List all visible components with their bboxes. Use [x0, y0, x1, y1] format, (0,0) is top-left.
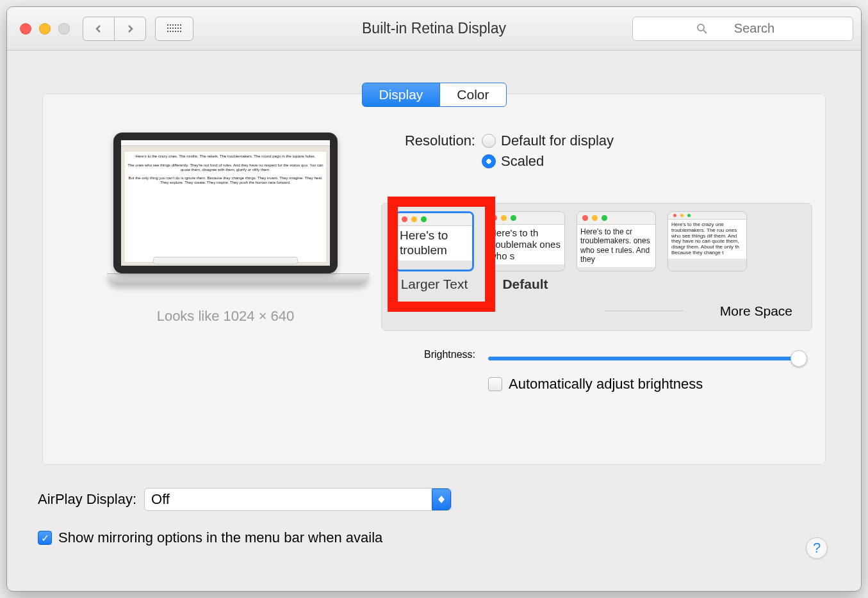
nav-group — [83, 17, 146, 41]
radio-icon — [482, 154, 496, 168]
auto-brightness-checkbox[interactable] — [488, 377, 502, 391]
display-preview: Here's to the crazy ones. The misfits. T… — [107, 133, 344, 325]
tab-display[interactable]: Display — [361, 83, 440, 107]
search-field-wrap — [632, 17, 853, 41]
zoom-button[interactable] — [58, 23, 70, 35]
scaled-option-2[interactable]: Here's to th troublemak ones who s Defau… — [486, 211, 565, 292]
svg-point-0 — [698, 24, 704, 31]
scaled-resolution-group: Here's to troublem Larger Text Here's to… — [381, 203, 812, 331]
mirroring-row[interactable]: ✓ Show mirroring options in the menu bar… — [38, 529, 382, 546]
resolution-scaled-radio[interactable]: Scaled — [482, 153, 614, 170]
help-button[interactable]: ? — [806, 537, 828, 559]
auto-brightness-row[interactable]: Automatically adjust brightness — [488, 376, 703, 392]
brightness-label: Brightness: — [376, 349, 482, 360]
minimize-button[interactable] — [39, 23, 51, 35]
radio-label: Scaled — [501, 153, 544, 170]
select-stepper-icon — [432, 489, 451, 510]
tab-color[interactable]: Color — [439, 83, 506, 107]
laptop-body: Here's to the crazy ones. The misfits. T… — [113, 133, 338, 273]
forward-button[interactable] — [114, 17, 146, 41]
titlebar: Built-in Retina Display — [7, 7, 861, 51]
looks-like-label: Looks like 1024 × 640 — [107, 308, 344, 325]
radio-label: Default for display — [501, 133, 614, 149]
preferences-window: Built-in Retina Display Display Color He… — [6, 6, 862, 592]
search-icon — [696, 23, 708, 35]
svg-line-1 — [703, 30, 707, 33]
back-button[interactable] — [83, 17, 115, 41]
resolution-controls: Resolution: Default for display Scaled — [376, 133, 819, 175]
mirroring-label: Show mirroring options in the menu bar w… — [58, 529, 382, 546]
traffic-lights — [20, 23, 70, 35]
chevron-right-icon — [126, 24, 135, 33]
scaled-option-4[interactable]: Here's to the crazy one troublemakers. T… — [667, 211, 747, 271]
resolution-default-radio[interactable]: Default for display — [482, 133, 614, 149]
brightness-slider[interactable] — [488, 357, 806, 360]
grid-icon — [167, 24, 181, 33]
display-panel: Here's to the crazy ones. The misfits. T… — [42, 93, 826, 465]
mirroring-checkbox[interactable]: ✓ — [38, 531, 52, 545]
scaled-option-3[interactable]: Here's to the cr troublemakers. ones who… — [577, 211, 656, 271]
separator-line — [605, 311, 684, 311]
airplay-row: AirPlay Display: Off — [38, 488, 452, 511]
airplay-select[interactable]: Off — [144, 488, 452, 511]
show-all-button[interactable] — [155, 17, 193, 41]
airplay-label: AirPlay Display: — [38, 491, 136, 508]
brightness-row: Brightness: — [376, 349, 819, 360]
svg-marker-3 — [438, 499, 445, 503]
help-icon: ? — [813, 540, 821, 556]
tab-group: Display Color — [361, 83, 506, 107]
chevron-left-icon — [94, 24, 103, 33]
slider-thumb[interactable] — [790, 350, 807, 367]
search-input[interactable] — [632, 17, 853, 41]
resolution-label: Resolution: — [376, 133, 482, 170]
close-button[interactable] — [20, 23, 31, 35]
auto-brightness-label: Automatically adjust brightness — [509, 376, 703, 392]
thumb-label-default: Default — [502, 277, 548, 292]
airplay-value: Off — [151, 491, 170, 508]
radio-icon — [482, 134, 496, 148]
annotation-highlight — [388, 197, 495, 312]
laptop-screen: Here's to the crazy ones. The misfits. T… — [121, 140, 330, 266]
laptop-base — [107, 273, 370, 285]
thumb-label-more-space: More Space — [720, 303, 792, 319]
